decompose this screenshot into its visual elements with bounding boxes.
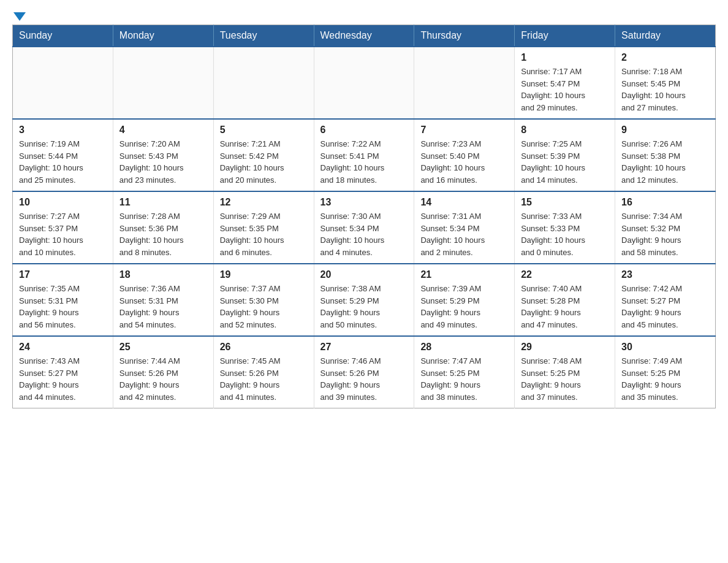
calendar-day-cell: 16Sunrise: 7:34 AM Sunset: 5:32 PM Dayli…	[615, 191, 716, 264]
calendar-day-cell: 28Sunrise: 7:47 AM Sunset: 5:25 PM Dayli…	[414, 336, 515, 408]
calendar-week-row: 1Sunrise: 7:17 AM Sunset: 5:47 PM Daylig…	[13, 47, 716, 119]
day-info: Sunrise: 7:49 AM Sunset: 5:25 PM Dayligh…	[621, 355, 709, 403]
calendar-day-cell: 29Sunrise: 7:48 AM Sunset: 5:25 PM Dayli…	[515, 336, 615, 408]
calendar-week-row: 17Sunrise: 7:35 AM Sunset: 5:31 PM Dayli…	[13, 264, 716, 336]
day-number: 6	[320, 124, 408, 136]
day-info: Sunrise: 7:27 AM Sunset: 5:37 PM Dayligh…	[19, 210, 107, 258]
calendar-day-cell: 12Sunrise: 7:29 AM Sunset: 5:35 PM Dayli…	[213, 191, 314, 264]
day-info: Sunrise: 7:26 AM Sunset: 5:38 PM Dayligh…	[621, 138, 709, 186]
calendar-day-cell: 11Sunrise: 7:28 AM Sunset: 5:36 PM Dayli…	[113, 191, 213, 264]
weekday-header-sunday: Sunday	[13, 25, 113, 47]
day-number: 3	[19, 124, 107, 136]
day-info: Sunrise: 7:47 AM Sunset: 5:25 PM Dayligh…	[420, 355, 508, 403]
day-info: Sunrise: 7:48 AM Sunset: 5:25 PM Dayligh…	[521, 355, 609, 403]
day-number: 12	[220, 197, 308, 208]
calendar-day-cell: 6Sunrise: 7:22 AM Sunset: 5:41 PM Daylig…	[314, 119, 414, 191]
day-info: Sunrise: 7:25 AM Sunset: 5:39 PM Dayligh…	[521, 138, 609, 186]
day-info: Sunrise: 7:36 AM Sunset: 5:31 PM Dayligh…	[119, 283, 207, 331]
calendar-day-cell: 5Sunrise: 7:21 AM Sunset: 5:42 PM Daylig…	[213, 119, 314, 191]
calendar-day-cell: 1Sunrise: 7:17 AM Sunset: 5:47 PM Daylig…	[515, 47, 615, 119]
day-info: Sunrise: 7:37 AM Sunset: 5:30 PM Dayligh…	[220, 283, 308, 331]
calendar-day-cell: 2Sunrise: 7:18 AM Sunset: 5:45 PM Daylig…	[615, 47, 716, 119]
day-number: 28	[420, 342, 508, 353]
day-number: 30	[621, 342, 709, 353]
day-info: Sunrise: 7:39 AM Sunset: 5:29 PM Dayligh…	[420, 283, 508, 331]
day-number: 5	[220, 124, 308, 136]
day-number: 1	[521, 52, 609, 63]
calendar-day-cell: 18Sunrise: 7:36 AM Sunset: 5:31 PM Dayli…	[113, 264, 213, 336]
calendar-day-cell	[314, 47, 414, 119]
day-number: 15	[521, 197, 609, 208]
calendar-day-cell: 8Sunrise: 7:25 AM Sunset: 5:39 PM Daylig…	[515, 119, 615, 191]
weekday-header-wednesday: Wednesday	[314, 25, 414, 47]
day-number: 19	[220, 269, 308, 280]
calendar-day-cell: 4Sunrise: 7:20 AM Sunset: 5:43 PM Daylig…	[113, 119, 213, 191]
day-info: Sunrise: 7:44 AM Sunset: 5:26 PM Dayligh…	[119, 355, 207, 403]
calendar-day-cell	[13, 47, 113, 119]
calendar-day-cell: 3Sunrise: 7:19 AM Sunset: 5:44 PM Daylig…	[13, 119, 113, 191]
page-header	[12, 12, 716, 18]
day-number: 27	[320, 342, 408, 353]
day-number: 21	[420, 269, 508, 280]
day-info: Sunrise: 7:20 AM Sunset: 5:43 PM Dayligh…	[119, 138, 207, 186]
calendar-week-row: 10Sunrise: 7:27 AM Sunset: 5:37 PM Dayli…	[13, 191, 716, 264]
day-info: Sunrise: 7:45 AM Sunset: 5:26 PM Dayligh…	[220, 355, 308, 403]
day-number: 25	[119, 342, 207, 353]
weekday-header-friday: Friday	[515, 25, 615, 47]
calendar-day-cell: 19Sunrise: 7:37 AM Sunset: 5:30 PM Dayli…	[213, 264, 314, 336]
day-info: Sunrise: 7:28 AM Sunset: 5:36 PM Dayligh…	[119, 210, 207, 258]
calendar-table: SundayMondayTuesdayWednesdayThursdayFrid…	[12, 25, 716, 408]
day-number: 23	[621, 269, 709, 280]
logo-arrow-icon	[13, 12, 26, 21]
day-number: 17	[19, 269, 107, 280]
day-number: 24	[19, 342, 107, 353]
calendar-day-cell: 27Sunrise: 7:46 AM Sunset: 5:26 PM Dayli…	[314, 336, 414, 408]
calendar-day-cell: 26Sunrise: 7:45 AM Sunset: 5:26 PM Dayli…	[213, 336, 314, 408]
day-number: 8	[521, 124, 609, 136]
calendar-day-cell: 21Sunrise: 7:39 AM Sunset: 5:29 PM Dayli…	[414, 264, 515, 336]
day-number: 4	[119, 124, 207, 136]
day-info: Sunrise: 7:29 AM Sunset: 5:35 PM Dayligh…	[220, 210, 308, 258]
day-info: Sunrise: 7:19 AM Sunset: 5:44 PM Dayligh…	[19, 138, 107, 186]
day-number: 22	[521, 269, 609, 280]
day-info: Sunrise: 7:30 AM Sunset: 5:34 PM Dayligh…	[320, 210, 408, 258]
day-number: 10	[19, 197, 107, 208]
day-number: 26	[220, 342, 308, 353]
day-info: Sunrise: 7:38 AM Sunset: 5:29 PM Dayligh…	[320, 283, 408, 331]
calendar-day-cell: 14Sunrise: 7:31 AM Sunset: 5:34 PM Dayli…	[414, 191, 515, 264]
day-number: 18	[119, 269, 207, 280]
calendar-week-row: 3Sunrise: 7:19 AM Sunset: 5:44 PM Daylig…	[13, 119, 716, 191]
day-info: Sunrise: 7:46 AM Sunset: 5:26 PM Dayligh…	[320, 355, 408, 403]
day-number: 7	[420, 124, 508, 136]
calendar-day-cell: 23Sunrise: 7:42 AM Sunset: 5:27 PM Dayli…	[615, 264, 716, 336]
weekday-header-saturday: Saturday	[615, 25, 716, 47]
day-number: 29	[521, 342, 609, 353]
calendar-day-cell: 22Sunrise: 7:40 AM Sunset: 5:28 PM Dayli…	[515, 264, 615, 336]
calendar-day-cell: 25Sunrise: 7:44 AM Sunset: 5:26 PM Dayli…	[113, 336, 213, 408]
day-info: Sunrise: 7:21 AM Sunset: 5:42 PM Dayligh…	[220, 138, 308, 186]
day-info: Sunrise: 7:43 AM Sunset: 5:27 PM Dayligh…	[19, 355, 107, 403]
day-info: Sunrise: 7:22 AM Sunset: 5:41 PM Dayligh…	[320, 138, 408, 186]
day-number: 2	[621, 52, 709, 63]
calendar-day-cell: 24Sunrise: 7:43 AM Sunset: 5:27 PM Dayli…	[13, 336, 113, 408]
calendar-day-cell: 30Sunrise: 7:49 AM Sunset: 5:25 PM Dayli…	[615, 336, 716, 408]
calendar-day-cell: 17Sunrise: 7:35 AM Sunset: 5:31 PM Dayli…	[13, 264, 113, 336]
day-info: Sunrise: 7:42 AM Sunset: 5:27 PM Dayligh…	[621, 283, 709, 331]
calendar-day-cell: 20Sunrise: 7:38 AM Sunset: 5:29 PM Dayli…	[314, 264, 414, 336]
day-number: 13	[320, 197, 408, 208]
calendar-day-cell: 9Sunrise: 7:26 AM Sunset: 5:38 PM Daylig…	[615, 119, 716, 191]
day-info: Sunrise: 7:17 AM Sunset: 5:47 PM Dayligh…	[521, 66, 609, 113]
weekday-header-thursday: Thursday	[414, 25, 515, 47]
weekday-header-row: SundayMondayTuesdayWednesdayThursdayFrid…	[13, 25, 716, 47]
calendar-day-cell: 10Sunrise: 7:27 AM Sunset: 5:37 PM Dayli…	[13, 191, 113, 264]
day-number: 9	[621, 124, 709, 136]
day-number: 16	[621, 197, 709, 208]
day-number: 11	[119, 197, 207, 208]
calendar-day-cell: 13Sunrise: 7:30 AM Sunset: 5:34 PM Dayli…	[314, 191, 414, 264]
day-number: 14	[420, 197, 508, 208]
day-info: Sunrise: 7:31 AM Sunset: 5:34 PM Dayligh…	[420, 210, 508, 258]
day-info: Sunrise: 7:35 AM Sunset: 5:31 PM Dayligh…	[19, 283, 107, 331]
calendar-week-row: 24Sunrise: 7:43 AM Sunset: 5:27 PM Dayli…	[13, 336, 716, 408]
calendar-body: 1Sunrise: 7:17 AM Sunset: 5:47 PM Daylig…	[13, 47, 716, 408]
calendar-day-cell	[113, 47, 213, 119]
